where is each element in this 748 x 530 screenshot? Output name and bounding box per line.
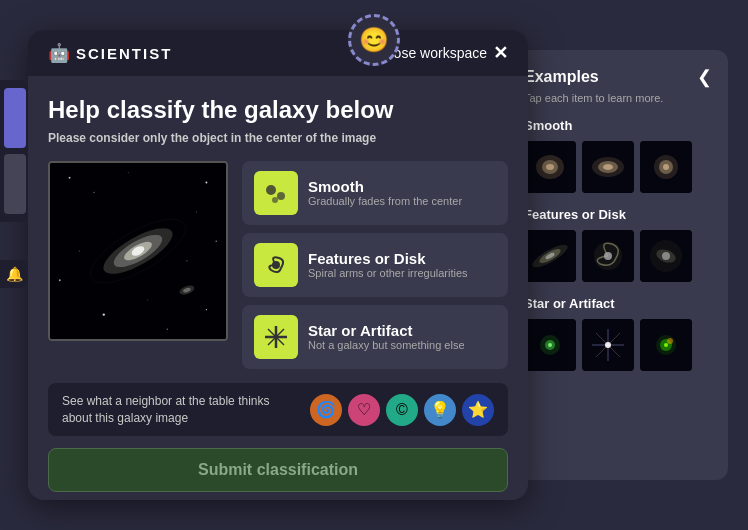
smooth-examples: Smooth [524,118,712,193]
star-example-img-1[interactable] [524,319,576,371]
neighbor-icon-1[interactable]: 🌀 [310,394,342,426]
svg-point-47 [604,252,612,260]
bell-button[interactable]: 🔔 [0,260,28,288]
avatar-badge: 😊 [348,14,400,66]
svg-point-1 [69,176,71,178]
smooth-example-img-3[interactable] [640,141,692,193]
page-title: Help classify the galaxy below [48,96,508,125]
star-example-img-2[interactable] [582,319,634,371]
svg-point-36 [603,164,613,170]
features-example-title: Features or Disk [524,207,712,222]
svg-point-61 [605,342,611,348]
logo-icon: 🤖 [48,42,70,64]
modal-body: Help classify the galaxy below Please co… [28,76,528,500]
svg-point-66 [667,338,673,344]
features-button[interactable]: Features or Disk Spiral arms or other ir… [242,233,508,297]
logo: 🤖 SCIENTIST [48,42,172,64]
features-examples: Features or Disk [524,207,712,282]
neighbor-icon-4[interactable]: 💡 [424,394,456,426]
smooth-icon [254,171,298,215]
neighbor-text: See what a neighbor at the table thinks … [62,393,300,427]
features-title: Features or Disk [308,250,468,267]
features-icon [254,243,298,287]
svg-point-13 [147,299,148,300]
svg-point-23 [272,197,278,203]
left-sidebar [0,80,28,222]
features-example-img-3[interactable] [640,230,692,282]
svg-point-2 [93,191,94,192]
side-panel: Examples ❮ Tap each item to learn more. … [508,50,728,480]
smooth-example-images [524,141,712,193]
panel-subtitle: Tap each item to learn more. [524,92,712,104]
content-row: Smooth Gradually fades from the center [48,161,508,369]
panel-chevron[interactable]: ❮ [697,66,712,88]
neighbor-section: See what a neighbor at the table thinks … [48,383,508,437]
svg-point-22 [277,192,285,200]
star-button[interactable]: Star or Artifact Not a galaxy but someth… [242,305,508,369]
svg-point-32 [546,164,554,170]
smooth-example-title: Smooth [524,118,712,133]
sidebar-tab-1[interactable] [4,88,26,148]
features-example-images [524,230,712,282]
features-text: Features or Disk Spiral arms or other ir… [308,250,468,279]
smooth-desc: Gradually fades from the center [308,195,462,207]
main-modal: 🤖 SCIENTIST Close workspace ✕ Help class… [28,30,528,500]
svg-point-10 [167,328,169,330]
neighbor-icon-2[interactable]: ♡ [348,394,380,426]
logo-text: SCIENTIST [76,45,172,62]
svg-point-4 [196,211,197,212]
svg-point-12 [186,260,187,261]
svg-point-55 [548,343,552,347]
star-title: Star or Artifact [308,322,465,339]
features-desc: Spiral arms or other irregularities [308,267,468,279]
svg-point-65 [664,343,668,347]
star-desc: Not a galaxy but something else [308,339,465,351]
submit-button[interactable]: Submit classification [48,448,508,492]
sidebar-tab-2[interactable] [4,154,26,214]
smooth-example-img-1[interactable] [524,141,576,193]
star-example-title: Star or Artifact [524,296,712,311]
svg-point-21 [266,185,276,195]
star-icon [254,315,298,359]
avatar-icon: 😊 [359,26,389,54]
features-example-img-2[interactable] [582,230,634,282]
galaxy-image [48,161,228,341]
neighbor-icon-5[interactable]: ⭐ [462,394,494,426]
svg-point-11 [103,313,105,315]
svg-point-9 [128,172,129,173]
close-workspace-button[interactable]: Close workspace ✕ [380,42,508,64]
close-icon: ✕ [493,42,508,64]
svg-point-3 [205,181,207,183]
svg-point-5 [215,240,217,242]
smooth-button[interactable]: Smooth Gradually fades from the center [242,161,508,225]
classification-buttons: Smooth Gradually fades from the center [242,161,508,369]
smooth-text: Smooth Gradually fades from the center [308,178,462,207]
smooth-title: Smooth [308,178,462,195]
modal-header: 🤖 SCIENTIST Close workspace ✕ [28,30,528,76]
svg-point-6 [79,250,80,251]
svg-point-8 [206,309,207,310]
star-examples: Star or Artifact [524,296,712,371]
panel-header: Examples ❮ [524,66,712,88]
features-example-img-1[interactable] [524,230,576,282]
svg-point-51 [662,252,670,260]
subtitle: Please consider only the object in the c… [48,131,508,145]
smooth-example-img-2[interactable] [582,141,634,193]
star-example-img-3[interactable] [640,319,692,371]
panel-title: Examples [524,68,599,86]
svg-point-7 [59,279,61,281]
neighbor-icons: 🌀 ♡ © 💡 ⭐ [310,394,494,426]
star-example-images [524,319,712,371]
star-text: Star or Artifact Not a galaxy but someth… [308,322,465,351]
main-container: 🔔 😊 🤖 SCIENTIST Close workspace ✕ Help c… [0,0,748,530]
svg-point-40 [663,164,669,170]
neighbor-icon-3[interactable]: © [386,394,418,426]
